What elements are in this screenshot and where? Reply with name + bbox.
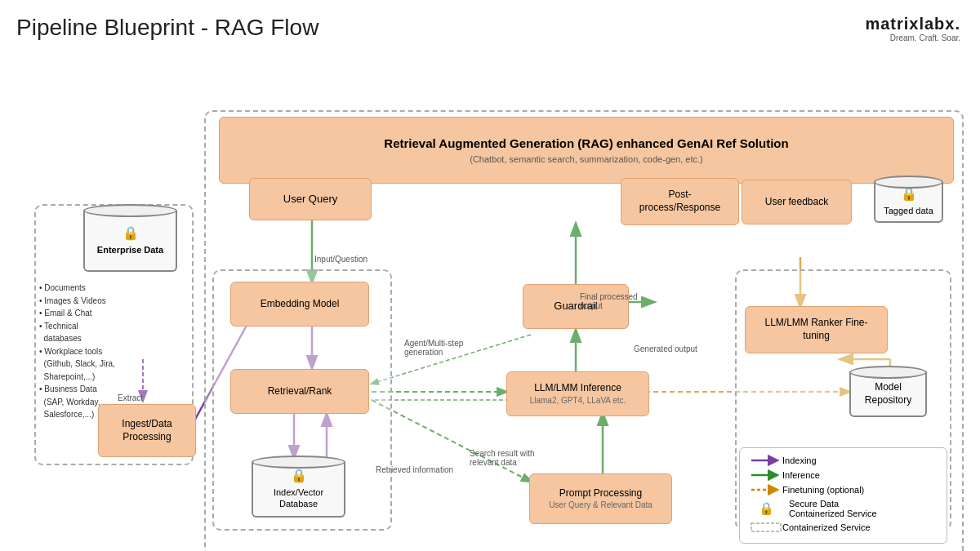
tagged-data-cylinder: 🔒 Tagged data xyxy=(874,176,943,223)
shield-icon: 🔒 xyxy=(901,186,917,203)
tagged-data-label: Tagged data xyxy=(884,205,933,216)
user-feedback-box: User feedback xyxy=(742,180,852,224)
llm-inference-label: LLM/LMM Inference xyxy=(534,382,621,395)
rag-subtitle: (Chatbot, semantic search, summarization… xyxy=(470,153,703,165)
page-title: Pipeline Blueprint - RAG Flow xyxy=(16,15,964,41)
postprocess-box: Post- process/Response xyxy=(621,178,739,225)
generated-output-label: Generated output xyxy=(634,344,697,353)
rag-title-box: Retrieval Augmented Generation (RAG) enh… xyxy=(219,117,954,184)
prompt-subtitle: User Query & Relevant Data xyxy=(549,500,653,510)
model-repo-cylinder: Model Repository xyxy=(849,366,927,417)
user-feedback-label: User feedback xyxy=(765,196,828,209)
enterprise-data-cylinder: 🔒 Enterprise Data xyxy=(83,204,177,272)
retrieved-info-label: Retrieved information xyxy=(376,465,453,474)
legend-purple-arrow xyxy=(750,455,782,466)
legend-secure: 🔒 Secure DataContainerized Service xyxy=(750,499,937,518)
final-processed-label: Final processed output xyxy=(580,292,638,310)
legend-inference: Inference xyxy=(750,469,937,481)
diagram: Retrieval Augmented Generation (RAG) enh… xyxy=(16,49,964,539)
embedding-box: Embedding Model xyxy=(230,282,369,327)
retrieval-label: Retrieval/Rank xyxy=(268,385,332,398)
legend-finetuning: Finetuning (optional) xyxy=(750,484,937,495)
shield-icon-3: 🔒 xyxy=(122,225,139,242)
llm-inference-box: LLM/LMM Inference Llama2, GPT4, LLaVA et… xyxy=(506,371,649,416)
ingest-box: Ingest/Data Processing xyxy=(98,404,196,457)
llm-finetuning-label: LLM/LMM Ranker Fine- tuning xyxy=(752,317,880,342)
model-repo-label: Model Repository xyxy=(858,381,919,407)
input-question-label: Input/Question xyxy=(314,255,368,264)
llm-finetuning-box: LLM/LMM Ranker Fine- tuning xyxy=(745,306,888,353)
user-query-label: User Query xyxy=(283,193,337,207)
logo-tagline: Dream. Craft. Soar. xyxy=(865,33,960,42)
index-db-label: Index/Vector Database xyxy=(274,487,323,510)
page: Pipeline Blueprint - RAG Flow matrixlabx… xyxy=(0,0,980,551)
legend: Indexing Inference xyxy=(739,447,947,544)
legend-secure-label: Secure DataContainerized Service xyxy=(789,499,877,518)
prompt-box: Prompt Processing User Query & Relevant … xyxy=(529,473,672,524)
legend-indexing: Indexing xyxy=(750,455,937,466)
index-db-cylinder: 🔒 Index/Vector Database xyxy=(252,455,345,518)
logo-name: matrixlabx. xyxy=(865,15,960,33)
user-query-box: User Query xyxy=(249,178,372,220)
shield-icon-2: 🔒 xyxy=(291,468,307,485)
legend-shield-icon: 🔒 xyxy=(750,501,782,516)
rag-title: Retrieval Augmented Generation (RAG) enh… xyxy=(384,136,788,152)
retrieval-box: Retrieval/Rank xyxy=(230,369,369,414)
svg-rect-24 xyxy=(751,523,781,531)
legend-dashed: Containerized Service xyxy=(750,522,937,533)
enterprise-data-label: Enterprise Data xyxy=(97,244,163,256)
legend-finetuning-label: Finetuning (optional) xyxy=(782,485,864,495)
prompt-label: Prompt Processing xyxy=(559,487,642,500)
postprocess-label: Post- process/Response xyxy=(628,189,732,214)
embedding-label: Embedding Model xyxy=(261,298,340,311)
llm-inference-subtitle: Llama2, GPT4, LLaVA etc. xyxy=(530,395,626,406)
logo: matrixlabx. Dream. Craft. Soar. xyxy=(865,15,960,42)
legend-inference-label: Inference xyxy=(782,470,820,480)
agent-multi-label: Agent/Multi-step generation xyxy=(404,339,463,357)
enterprise-items: • Documents • Images & Videos • Email & … xyxy=(39,282,115,421)
legend-green-arrow xyxy=(750,469,782,481)
ingest-label: Ingest/Data Processing xyxy=(105,418,189,443)
legend-orange-arrow xyxy=(750,484,782,495)
legend-dashed-box xyxy=(750,522,782,533)
legend-dashed-label: Containerized Service xyxy=(782,522,871,532)
extract-label: Extract xyxy=(118,393,143,402)
search-result-label: Search result with relevant data xyxy=(470,449,534,467)
legend-indexing-label: Indexing xyxy=(782,455,817,465)
